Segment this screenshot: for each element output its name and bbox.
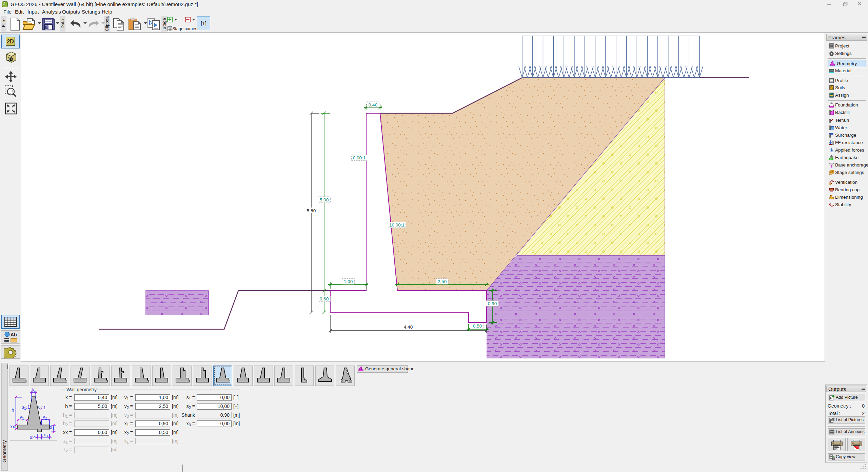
svg-text:5,00: 5,00 [320, 197, 329, 202]
svg-text:2,50: 2,50 [438, 279, 447, 284]
svg-text:0,00:1: 0,00:1 [353, 155, 366, 160]
svg-text:0,50: 0,50 [473, 323, 482, 329]
svg-text:s2:1: s2:1 [38, 405, 46, 411]
svg-text:k: k [32, 387, 35, 393]
svg-text:xx: xx [10, 424, 15, 429]
svg-text:v2: v2 [43, 414, 47, 420]
svg-text:3D: 3D [7, 56, 14, 62]
svg-text:h: h [12, 408, 14, 413]
svg-text:x2: x2 [30, 435, 35, 440]
svg-text:5,60: 5,60 [307, 208, 316, 213]
svg-text:0,40: 0,40 [369, 102, 377, 107]
svg-text:1,00: 1,00 [344, 279, 353, 284]
svg-text:0,90: 0,90 [488, 301, 497, 306]
svg-text:4,40: 4,40 [404, 324, 413, 330]
svg-text:v1: v1 [20, 414, 24, 420]
svg-text:Ab: Ab [11, 332, 17, 337]
svg-text:x3: x3 [43, 432, 48, 438]
svg-text:0,60: 0,60 [320, 296, 329, 301]
svg-text:10,00:1: 10,00:1 [389, 222, 405, 228]
svg-text:2: 2 [831, 170, 833, 174]
svg-text:s1:1: s1:1 [22, 404, 30, 410]
